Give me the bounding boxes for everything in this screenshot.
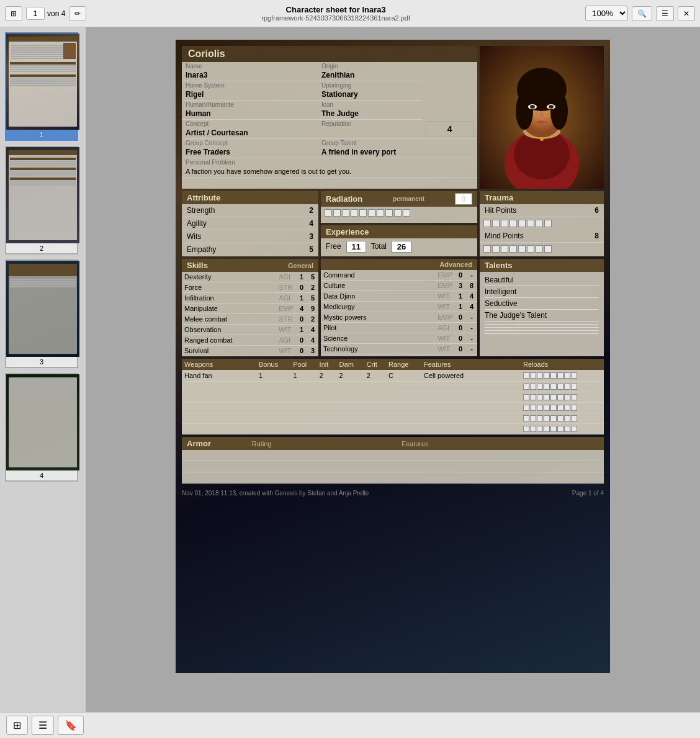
mp-cb-3[interactable] xyxy=(501,245,508,253)
reload-cb-2[interactable] xyxy=(537,426,543,432)
reload-cb-3[interactable] xyxy=(544,426,550,432)
reload-cb-6[interactable] xyxy=(564,394,570,400)
reload-cb-6[interactable] xyxy=(564,415,570,421)
reload-cb-3[interactable] xyxy=(544,394,550,400)
reload-cb-0[interactable] xyxy=(523,415,529,421)
reload-cb-0[interactable] xyxy=(523,384,529,390)
reload-cb-0[interactable] xyxy=(523,405,529,411)
rad-cb-3[interactable] xyxy=(342,209,349,217)
reload-cb-4[interactable] xyxy=(550,426,557,432)
reload-cb-4[interactable] xyxy=(550,372,557,379)
hp-cb-2[interactable] xyxy=(492,220,500,227)
reload-cb-3[interactable] xyxy=(544,384,550,390)
reload-cb-1[interactable] xyxy=(530,372,536,379)
reload-cb-3[interactable] xyxy=(544,405,550,411)
mp-cb-5[interactable] xyxy=(518,245,526,253)
mp-cb-4[interactable] xyxy=(509,245,517,253)
mp-cb-6[interactable] xyxy=(527,245,534,253)
weapon-bonus xyxy=(256,392,290,403)
reload-cb-4[interactable] xyxy=(550,394,557,400)
hp-cb-6[interactable] xyxy=(527,220,534,227)
reload-cb-7[interactable] xyxy=(571,394,577,400)
reload-cb-6[interactable] xyxy=(564,372,570,379)
hp-cb-7[interactable] xyxy=(536,220,543,227)
weapon-dam xyxy=(337,392,364,403)
thumb-label-2: 2 xyxy=(6,243,77,253)
reload-cb-2[interactable] xyxy=(537,415,543,421)
reload-cb-3[interactable] xyxy=(544,415,550,421)
hp-cb-5[interactable] xyxy=(518,220,526,227)
reload-cb-7[interactable] xyxy=(571,405,577,411)
grid-view-button[interactable]: ⊞ xyxy=(5,6,22,21)
hp-cb-1[interactable] xyxy=(483,220,491,227)
grid-view-bottom-button[interactable]: ⊞ xyxy=(6,716,28,735)
hp-cb-3[interactable] xyxy=(501,220,508,227)
rad-cb-8[interactable] xyxy=(385,209,393,217)
hp-cb-4[interactable] xyxy=(509,220,517,227)
reload-cb-3[interactable] xyxy=(544,372,550,379)
weapon-features xyxy=(421,382,521,392)
reload-cb-7[interactable] xyxy=(571,426,577,432)
reload-cb-5[interactable] xyxy=(557,426,563,432)
page-input[interactable] xyxy=(26,7,45,20)
bookmark-button[interactable]: 🔖 xyxy=(58,716,84,735)
upbringing-label: Upbringing xyxy=(318,81,423,89)
list-view-bottom-button[interactable]: ☰ xyxy=(32,716,54,735)
mp-cb-1[interactable] xyxy=(483,245,491,253)
reload-cb-5[interactable] xyxy=(557,372,563,379)
zoom-select[interactable]: 100% 75% 125% 150% xyxy=(585,6,628,21)
table-row: Hit Points 6 xyxy=(480,204,604,217)
reload-cb-2[interactable] xyxy=(537,384,543,390)
reload-cb-5[interactable] xyxy=(557,415,563,421)
edit-button[interactable]: ✏ xyxy=(69,6,86,21)
reload-cb-0[interactable] xyxy=(523,394,529,400)
reload-cb-4[interactable] xyxy=(550,384,557,390)
reload-cb-2[interactable] xyxy=(537,394,543,400)
reload-cb-2[interactable] xyxy=(537,405,543,411)
thumbnail-1[interactable]: 1 xyxy=(5,32,78,141)
mp-cb-2[interactable] xyxy=(492,245,500,253)
reload-cb-0[interactable] xyxy=(523,426,529,432)
reload-cb-6[interactable] xyxy=(564,405,570,411)
weapon-reloads xyxy=(521,403,604,413)
reload-cb-1[interactable] xyxy=(530,384,536,390)
menu-button[interactable]: ☰ xyxy=(656,6,674,21)
thumbnail-3[interactable]: 3 xyxy=(5,259,78,368)
reload-cb-1[interactable] xyxy=(530,405,536,411)
rad-cb-6[interactable] xyxy=(368,209,375,217)
weapon-crit: 2 xyxy=(364,370,386,382)
reload-cb-6[interactable] xyxy=(564,426,570,432)
reload-cb-1[interactable] xyxy=(530,394,536,400)
reload-cb-5[interactable] xyxy=(557,394,563,400)
reload-cb-6[interactable] xyxy=(564,384,570,390)
rad-cb-9[interactable] xyxy=(394,209,402,217)
skill-name: Culture xyxy=(321,281,435,291)
reload-cb-2[interactable] xyxy=(537,372,543,379)
hp-cb-8[interactable] xyxy=(544,220,552,227)
reload-cb-7[interactable] xyxy=(571,372,577,379)
rad-cb-4[interactable] xyxy=(351,209,358,217)
reload-cb-1[interactable] xyxy=(530,415,536,421)
reload-cb-4[interactable] xyxy=(550,405,557,411)
rad-cb-1[interactable] xyxy=(325,209,332,217)
talents-section: Talents Beautiful Intelligent Seductive … xyxy=(480,259,604,356)
rad-cb-5[interactable] xyxy=(359,209,367,217)
reload-cb-0[interactable] xyxy=(523,372,529,379)
rad-cb-10[interactable] xyxy=(403,209,410,217)
reload-cb-4[interactable] xyxy=(550,415,557,421)
weapon-pool xyxy=(290,413,316,424)
rad-cb-7[interactable] xyxy=(377,209,384,217)
reload-cb-5[interactable] xyxy=(557,384,563,390)
search-button[interactable]: 🔍 xyxy=(632,6,652,21)
reload-cb-7[interactable] xyxy=(571,415,577,421)
mp-cb-8[interactable] xyxy=(544,245,552,253)
thumbnail-2[interactable]: 2 xyxy=(5,146,78,254)
rad-cb-2[interactable] xyxy=(333,209,341,217)
reload-cb-1[interactable] xyxy=(530,426,536,432)
mp-cb-7[interactable] xyxy=(536,245,543,253)
reload-cb-7[interactable] xyxy=(571,384,577,390)
skill-base: 1 xyxy=(455,302,466,312)
reload-cb-5[interactable] xyxy=(557,405,563,411)
close-button[interactable]: ✕ xyxy=(678,6,695,21)
thumbnail-4[interactable]: 4 xyxy=(5,373,78,482)
